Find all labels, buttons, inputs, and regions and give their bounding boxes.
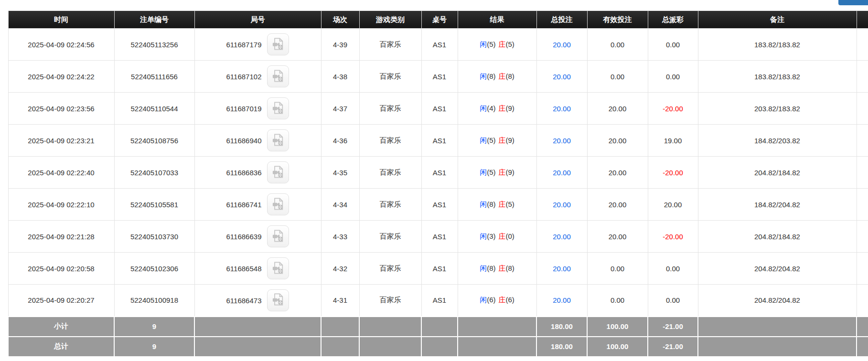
subtotal-valid-bet: 100.00 [587, 317, 648, 337]
cell-remark: 203.82/183.82 [698, 93, 857, 125]
cell-game-type: 百家乐 [359, 253, 421, 285]
cell-time: 2025-04-09 02:20:58 [8, 253, 114, 285]
cell-total-bet: 20.00 [536, 157, 587, 189]
cell-total-bet: 20.00 [536, 221, 587, 253]
cell-overflow [857, 221, 868, 253]
cell-bet-id: 522405103730 [114, 221, 194, 253]
cell-total-bet: 20.00 [536, 285, 587, 317]
cell-payout: -20.00 [648, 221, 698, 253]
cell-payout: 0.00 [648, 29, 698, 61]
cell-round-id: 611686473 [194, 285, 321, 317]
banker-label: 庄 [499, 296, 506, 304]
cell-round-id: 611686940 [194, 125, 321, 157]
cell-overflow [857, 29, 868, 61]
round-id-text: 611687019 [226, 105, 262, 113]
cell-remark: 204.82/184.82 [698, 221, 857, 253]
video-replay-button[interactable] [267, 161, 289, 183]
cell-bet-id: 522405111656 [114, 61, 194, 93]
cell-result: 闲(5)庄(9) [458, 125, 536, 157]
video-replay-button[interactable] [267, 33, 289, 55]
subtotal-label: 小计 [8, 317, 114, 337]
cell-session: 4-36 [321, 125, 359, 157]
player-score: (8) [487, 200, 495, 208]
cell-time: 2025-04-09 02:23:56 [8, 93, 114, 125]
cell-result: 闲(5)庄(5) [458, 29, 536, 61]
cell-table-no: AS1 [421, 157, 458, 189]
banker-label: 庄 [499, 232, 506, 240]
cell-table-no: AS1 [421, 253, 458, 285]
cell-result: 闲(3)庄(0) [458, 221, 536, 253]
cell-result: 闲(8)庄(5) [458, 189, 536, 221]
banker-score: (5) [506, 200, 514, 208]
cell-time: 2025-04-09 02:24:56 [8, 29, 114, 61]
top-action-button[interactable] [838, 0, 868, 5]
total-label: 总计 [8, 337, 114, 357]
cell-remark: 183.82/183.82 [698, 29, 857, 61]
banker-label: 庄 [499, 136, 506, 144]
subtotal-empty [857, 317, 868, 337]
subtotal-empty [421, 317, 458, 337]
col-header-overflow [857, 11, 868, 29]
cell-session: 4-31 [321, 285, 359, 317]
round-id-text: 611686639 [226, 233, 262, 241]
cell-session: 4-38 [321, 61, 359, 93]
cell-result: 闲(8)庄(8) [458, 253, 536, 285]
cell-session: 4-32 [321, 253, 359, 285]
cell-payout: 20.00 [648, 189, 698, 221]
col-header-bet-id: 注单编号 [114, 11, 194, 29]
video-file-icon [271, 229, 285, 244]
col-header-result: 结果 [458, 11, 536, 29]
video-replay-button[interactable] [267, 97, 289, 119]
col-header-remark: 备注 [698, 11, 857, 29]
video-file-icon [271, 165, 285, 180]
cell-valid-bet: 20.00 [587, 93, 648, 125]
cell-game-type: 百家乐 [359, 125, 421, 157]
player-score: (4) [487, 104, 495, 112]
cell-result: 闲(8)庄(8) [458, 61, 536, 93]
table-row: 2025-04-09 02:24:22 522405111656 6116871… [8, 61, 868, 93]
cell-payout: 19.00 [648, 125, 698, 157]
cell-time: 2025-04-09 02:20:27 [8, 285, 114, 317]
cell-overflow [857, 157, 868, 189]
video-replay-button[interactable] [267, 225, 289, 247]
cell-round-id: 611686548 [194, 253, 321, 285]
cell-remark: 183.82/183.82 [698, 61, 857, 93]
bet-records-table: 时间 注单编号 局号 场次 游戏类别 桌号 结果 总投注 有效投注 总派彩 备注… [8, 11, 868, 357]
cell-game-type: 百家乐 [359, 221, 421, 253]
cell-valid-bet: 20.00 [587, 157, 648, 189]
subtotal-count: 9 [114, 317, 194, 337]
table-row: 2025-04-09 02:21:28 522405103730 6116866… [8, 221, 868, 253]
cell-session: 4-37 [321, 93, 359, 125]
cell-total-bet: 20.00 [536, 253, 587, 285]
cell-table-no: AS1 [421, 61, 458, 93]
cell-valid-bet: 0.00 [587, 285, 648, 317]
video-replay-button[interactable] [267, 257, 289, 279]
cell-round-id: 611686741 [194, 189, 321, 221]
video-replay-button[interactable] [267, 65, 289, 87]
total-empty [458, 337, 536, 357]
cell-remark: 204.82/184.82 [698, 157, 857, 189]
total-empty [857, 337, 868, 357]
video-replay-button[interactable] [267, 129, 289, 151]
cell-bet-id: 522405105581 [114, 189, 194, 221]
video-file-icon [271, 261, 285, 276]
player-label: 闲 [480, 264, 487, 272]
total-row: 总计 9 180.00 100.00 -21.00 [8, 337, 868, 357]
video-replay-button[interactable] [267, 193, 289, 215]
table-row: 2025-04-09 02:24:56 522405113256 6116871… [8, 29, 868, 61]
player-label: 闲 [480, 136, 487, 144]
cell-bet-id: 522405107033 [114, 157, 194, 189]
subtotal-empty [698, 317, 857, 337]
video-file-icon [271, 101, 285, 116]
cell-game-type: 百家乐 [359, 285, 421, 317]
total-empty [194, 337, 321, 357]
subtotal-row: 小计 9 180.00 100.00 -21.00 [8, 317, 868, 337]
cell-game-type: 百家乐 [359, 61, 421, 93]
cell-valid-bet: 0.00 [587, 29, 648, 61]
cell-game-type: 百家乐 [359, 157, 421, 189]
banker-score: (6) [506, 296, 514, 304]
video-replay-button[interactable] [267, 289, 289, 311]
banker-label: 庄 [499, 104, 506, 112]
video-file-icon [271, 69, 285, 84]
cell-time: 2025-04-09 02:22:10 [8, 189, 114, 221]
